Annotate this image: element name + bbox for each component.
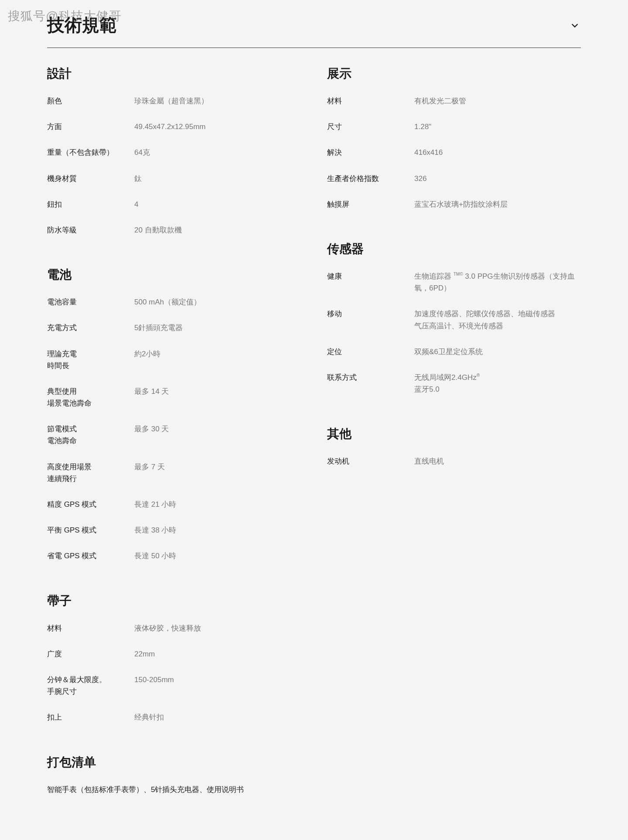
spec-row: 防水等級20 自動取款機 xyxy=(47,224,301,236)
spec-value: 416x416 xyxy=(414,147,581,158)
spec-row: 触摸屏蓝宝石水玻璃+防指纹涂料层 xyxy=(327,198,581,210)
spec-label: 尺寸 xyxy=(327,121,414,133)
spec-label: 联系方式 xyxy=(327,372,414,395)
spec-label: 充電方式 xyxy=(47,322,134,334)
spec-value: 生物追踪器 TM© 3.0 PPG生物识别传感器（支持血氧，6PD） xyxy=(414,270,581,294)
spec-row: 省電 GPS 模式長達 50 小時 xyxy=(47,550,301,562)
spec-label: 扣上 xyxy=(47,711,134,723)
spec-value: 无线局域网2.4GHz®蓝牙5.0 xyxy=(414,372,581,395)
spec-value: 326 xyxy=(414,173,581,184)
spec-row: 重量（不包含錶帶）64克 xyxy=(47,147,301,158)
spec-section: 展示材料有机发光二极管尺寸1.28"解決416x416生產者价格指数326触摸屏… xyxy=(327,65,581,210)
spec-label: 高度使用場景 連續飛行 xyxy=(47,461,134,485)
section-title: 其他 xyxy=(327,426,581,442)
spec-value: 5針插頭充電器 xyxy=(134,322,301,334)
spec-value: 蓝宝石水玻璃+防指纹涂料层 xyxy=(414,198,581,210)
spec-label: 分钟＆最大限度。 手腕尺寸 xyxy=(47,674,134,697)
spec-row: 发动机直线电机 xyxy=(327,455,581,467)
title-row: 技術規範 xyxy=(47,13,581,48)
spec-value: 珍珠金屬（超音速黑） xyxy=(134,95,301,107)
spec-label: 广度 xyxy=(47,648,134,660)
watermark-text: 搜狐号@科技大健哥 xyxy=(8,8,122,24)
spec-label: 定位 xyxy=(327,346,414,358)
spec-label: 電池容量 xyxy=(47,296,134,308)
spec-label: 省電 GPS 模式 xyxy=(47,550,134,562)
spec-value: 加速度传感器、陀螺仪传感器、地磁传感器 气压高温计、环境光传感器 xyxy=(414,308,581,331)
spec-row: 顏色珍珠金屬（超音速黑） xyxy=(47,95,301,107)
spec-value: 直线电机 xyxy=(414,455,581,467)
spec-row: 材料有机发光二极管 xyxy=(327,95,581,107)
section-title: 設計 xyxy=(47,65,301,82)
spec-row: 尺寸1.28" xyxy=(327,121,581,133)
spec-value: 長達 50 小時 xyxy=(134,550,301,562)
spec-label: 健康 xyxy=(327,270,414,294)
spec-value: 64克 xyxy=(134,147,301,158)
spec-label: 鈕扣 xyxy=(47,198,134,210)
spec-row: 移动加速度传感器、陀螺仪传感器、地磁传感器 气压高温计、环境光传感器 xyxy=(327,308,581,331)
spec-value: 20 自動取款機 xyxy=(134,224,301,236)
spec-row: 鈕扣4 xyxy=(47,198,301,210)
spec-label: 典型使用 場景電池壽命 xyxy=(47,386,134,409)
spec-label: 防水等級 xyxy=(47,224,134,236)
spec-row: 精度 GPS 模式長達 21 小時 xyxy=(47,499,301,510)
section-title: 打包清单 xyxy=(47,754,301,771)
left-column: 設計顏色珍珠金屬（超音速黑）方面49.45x47.2x12.95mm重量（不包含… xyxy=(47,65,301,826)
spec-row: 典型使用 場景電池壽命最多 14 天 xyxy=(47,386,301,409)
spec-row: 高度使用場景 連續飛行最多 7 天 xyxy=(47,461,301,485)
spec-value: 4 xyxy=(134,198,301,210)
spec-row: 電池容量500 mAh（额定值） xyxy=(47,296,301,308)
spec-value: 22mm xyxy=(134,648,301,660)
spec-container: 技術規範 設計顏色珍珠金屬（超音速黑）方面49.45x47.2x12.95mm重… xyxy=(26,0,602,840)
spec-row: 理論充電 時間長約2小時 xyxy=(47,348,301,372)
spec-value: 最多 7 天 xyxy=(134,461,301,485)
spec-section: 電池電池容量500 mAh（额定值）充電方式5針插頭充電器理論充電 時間長約2小… xyxy=(47,266,301,562)
spec-value: 最多 30 天 xyxy=(134,423,301,447)
spec-value: 最多 14 天 xyxy=(134,386,301,409)
spec-label: 生產者价格指数 xyxy=(327,173,414,184)
spec-value: 49.45x47.2x12.95mm xyxy=(134,121,301,133)
spec-row: 方面49.45x47.2x12.95mm xyxy=(47,121,301,133)
spec-value: 長達 21 小時 xyxy=(134,499,301,510)
spec-row: 联系方式无线局域网2.4GHz®蓝牙5.0 xyxy=(327,372,581,395)
spec-row: 健康生物追踪器 TM© 3.0 PPG生物识别传感器（支持血氧，6PD） xyxy=(327,270,581,294)
spec-label: 節電模式 電池壽命 xyxy=(47,423,134,447)
spec-row: 广度22mm xyxy=(47,648,301,660)
spec-label: 触摸屏 xyxy=(327,198,414,210)
spec-label: 移动 xyxy=(327,308,414,331)
section-title: 電池 xyxy=(47,266,301,283)
section-title: 展示 xyxy=(327,65,581,82)
spec-value: 鈦 xyxy=(134,173,301,184)
spec-full-text: 智能手表（包括标准手表带）、5针插头充电器、使用说明书 xyxy=(47,784,244,796)
spec-row: 機身材質鈦 xyxy=(47,173,301,184)
spec-label: 方面 xyxy=(47,121,134,133)
spec-label: 解決 xyxy=(327,147,414,158)
spec-section: 其他发动机直线电机 xyxy=(327,426,581,467)
spec-row: 定位双频&6卫星定位系统 xyxy=(327,346,581,358)
spec-label: 材料 xyxy=(47,622,134,634)
section-title: 传感器 xyxy=(327,241,581,257)
spec-label: 顏色 xyxy=(47,95,134,107)
spec-row: 分钟＆最大限度。 手腕尺寸150-205mm xyxy=(47,674,301,697)
spec-label: 材料 xyxy=(327,95,414,107)
spec-label: 機身材質 xyxy=(47,173,134,184)
columns: 設計顏色珍珠金屬（超音速黑）方面49.45x47.2x12.95mm重量（不包含… xyxy=(47,65,581,826)
right-column: 展示材料有机发光二极管尺寸1.28"解決416x416生產者价格指数326触摸屏… xyxy=(327,65,581,826)
spec-row: 節電模式 電池壽命最多 30 天 xyxy=(47,423,301,447)
spec-label: 平衡 GPS 模式 xyxy=(47,524,134,536)
spec-section: 传感器健康生物追踪器 TM© 3.0 PPG生物识别传感器（支持血氧，6PD）移… xyxy=(327,241,581,395)
spec-label: 精度 GPS 模式 xyxy=(47,499,134,510)
spec-value: 1.28" xyxy=(414,121,581,133)
spec-section: 打包清单智能手表（包括标准手表带）、5针插头充电器、使用说明书 xyxy=(47,754,301,796)
spec-label: 重量（不包含錶帶） xyxy=(47,147,134,158)
spec-value: 約2小時 xyxy=(134,348,301,372)
spec-value: 150-205mm xyxy=(134,674,301,697)
spec-row: 充電方式5針插頭充電器 xyxy=(47,322,301,334)
spec-section: 帶子材料液体矽胶，快速释放广度22mm分钟＆最大限度。 手腕尺寸150-205m… xyxy=(47,593,301,724)
spec-row: 扣上经典针扣 xyxy=(47,711,301,723)
spec-label: 发动机 xyxy=(327,455,414,467)
chevron-down-icon[interactable] xyxy=(569,19,581,31)
spec-section: 設計顏色珍珠金屬（超音速黑）方面49.45x47.2x12.95mm重量（不包含… xyxy=(47,65,301,236)
spec-row: 平衡 GPS 模式長達 38 小時 xyxy=(47,524,301,536)
spec-row: 生產者价格指数326 xyxy=(327,173,581,184)
spec-row: 材料液体矽胶，快速释放 xyxy=(47,622,301,634)
